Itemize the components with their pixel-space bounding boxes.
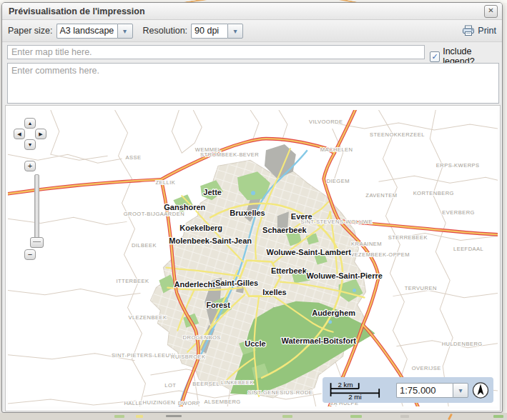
underlying-map-fragment — [400, 415, 409, 418]
map-label: DIEGEM — [326, 178, 350, 184]
map-label: EVERBERG — [442, 209, 475, 216]
map-label: Koekelberg — [179, 224, 222, 232]
printer-icon — [462, 25, 475, 36]
chevron-down-icon[interactable]: ▾ — [453, 383, 468, 398]
underlying-map-fragment — [114, 415, 124, 418]
paper-size-value[interactable]: A3 landscape — [56, 24, 117, 39]
map-label: LOT — [164, 382, 176, 389]
map-label: LINKEBEEK — [221, 379, 254, 386]
map-label: Ixelles — [262, 288, 287, 296]
map-label: Schaerbeek — [262, 226, 307, 234]
map-label: STEENOKKERZEEL — [370, 131, 425, 138]
map-label: Ganshoren — [164, 203, 205, 211]
map-label: KORTENBERG — [413, 190, 454, 196]
scale-value[interactable]: 1:75.000 — [396, 383, 453, 398]
underlying-map-fragment — [136, 415, 143, 418]
scale-select[interactable]: 1:75.000 ▾ — [396, 383, 468, 398]
pan-right-button[interactable]: ▶ — [35, 129, 46, 139]
map-label: DROGENBOS — [183, 334, 221, 341]
map-label: ERPS-KWERPS — [436, 162, 480, 169]
print-button[interactable]: Print — [462, 25, 496, 36]
map-label: Auderghem — [312, 309, 355, 317]
map-label: ZAVENTEM — [365, 192, 397, 199]
dialog-titlebar[interactable]: Prévisualisation de l'impression ✕ — [2, 3, 502, 20]
north-arrow-icon — [472, 381, 489, 400]
zoom-in-button[interactable]: + — [24, 161, 36, 171]
pan-down-button[interactable]: ▼ — [24, 139, 36, 150]
map-label: VLEZENBEEK — [128, 314, 167, 321]
map-label: Evere — [291, 212, 312, 221]
map-label: STROMBEEK-BEVER — [200, 151, 259, 158]
map-label: Forest — [206, 301, 230, 309]
chevron-down-icon[interactable]: ▾ — [117, 24, 133, 39]
brussels-map[interactable]: ASSEWEMMELSTROMBEEK-BEVERVILVOORDEMACHEL… — [8, 110, 498, 406]
map-label: BEERSEL — [192, 381, 220, 387]
map-label: Saint-Gilles — [215, 279, 258, 287]
map-label: Woluwe-Saint-Pierre — [306, 271, 382, 280]
paper-size-label: Paper size: — [8, 26, 53, 36]
map-label: Etterbeek — [271, 266, 307, 275]
include-legend-checkbox[interactable]: ✓ — [430, 51, 440, 62]
map-label: WEZEMBEEK-OPPEM — [349, 251, 410, 258]
comments-textarea[interactable] — [7, 63, 499, 104]
print-label: Print — [478, 26, 496, 36]
resolution-value[interactable]: 90 dpi — [191, 24, 227, 39]
resolution-select[interactable]: 90 dpi ▾ — [191, 24, 243, 39]
map-label: RUISBROEK — [171, 354, 206, 360]
map-label: KRAAINEM — [351, 241, 382, 247]
map-label: Jette — [203, 188, 222, 196]
map-label: Bruxelles — [230, 209, 265, 217]
map-preview-panel: ASSEWEMMELSTROMBEEK-BEVERVILVOORDEMACHEL… — [5, 105, 501, 411]
underlying-map-fragment — [282, 415, 292, 418]
map-label: SINT-GENESIUS-RODE — [247, 389, 312, 396]
underlying-page-bottom — [0, 413, 507, 420]
scale-bar: 2 km 2 mi — [328, 379, 392, 401]
pan-left-button[interactable]: ◀ — [14, 129, 25, 139]
dialog-title: Prévisualisation de l'impression — [9, 6, 484, 16]
map-label: HUIZINGEN — [143, 399, 176, 406]
map-label: ITTERBEEK — [116, 278, 149, 284]
underlying-map-fragment — [350, 415, 362, 418]
map-label: VILVOORDE — [309, 119, 343, 125]
underlying-map-fragment — [493, 415, 503, 418]
map-label: Watermael-Boitsfort — [282, 336, 357, 345]
pan-up-button[interactable]: ▲ — [24, 118, 36, 129]
map-title-input[interactable] — [7, 45, 425, 59]
paper-size-select[interactable]: A3 landscape ▾ — [56, 24, 133, 39]
map-label: DILBEEK — [132, 242, 157, 249]
map-label: Molenbeek-Saint-Jean — [169, 236, 252, 245]
print-toolbar: Paper size: A3 landscape ▾ Resolution: 9… — [2, 20, 502, 42]
map-label: STERREBEEK — [388, 234, 428, 241]
scale-mi-label: 2 mi — [348, 393, 361, 401]
map-label: OVERIJSE — [412, 365, 441, 371]
map-label: TERVUREN — [405, 285, 437, 291]
map-label: Woluwe-Saint-Lambert — [267, 248, 352, 256]
map-label: MACHELEN — [320, 146, 353, 153]
map-label: LEEFDAAL — [453, 246, 483, 252]
scale-panel: 2 km 2 mi 1:75.000 ▾ — [323, 377, 493, 403]
chevron-down-icon[interactable]: ▾ — [227, 24, 243, 39]
print-preview-dialog: Prévisualisation de l'impression ✕ Paper… — [1, 2, 503, 413]
scale-km-label: 2 km — [338, 381, 353, 389]
map-label: ZELLIK — [155, 179, 175, 186]
underlying-map-fragment — [166, 415, 182, 417]
zoom-out-button[interactable]: − — [24, 249, 36, 260]
map-label: DWORP — [178, 400, 200, 406]
map-label: ASSE — [126, 154, 142, 161]
map-label: GROOT-BIJGAARDEN — [124, 211, 184, 217]
map-label: Uccle — [245, 339, 265, 348]
zoom-slider-track[interactable] — [34, 174, 39, 247]
map-viewport[interactable]: ASSEWEMMELSTROMBEEK-BEVERVILVOORDEMACHEL… — [8, 110, 498, 406]
map-label: HALLE — [124, 400, 142, 406]
map-label: ALSEMBERG — [205, 399, 241, 405]
zoom-slider-thumb[interactable] — [30, 237, 44, 248]
map-label: HULDENBERG — [442, 341, 483, 347]
close-icon[interactable]: ✕ — [484, 5, 498, 18]
underlying-map-fragment — [448, 414, 453, 420]
map-label: Anderlecht — [174, 280, 216, 289]
map-label: SINT-PIETERS-LEEUW — [112, 352, 176, 359]
resolution-label: Resolution: — [143, 26, 188, 36]
